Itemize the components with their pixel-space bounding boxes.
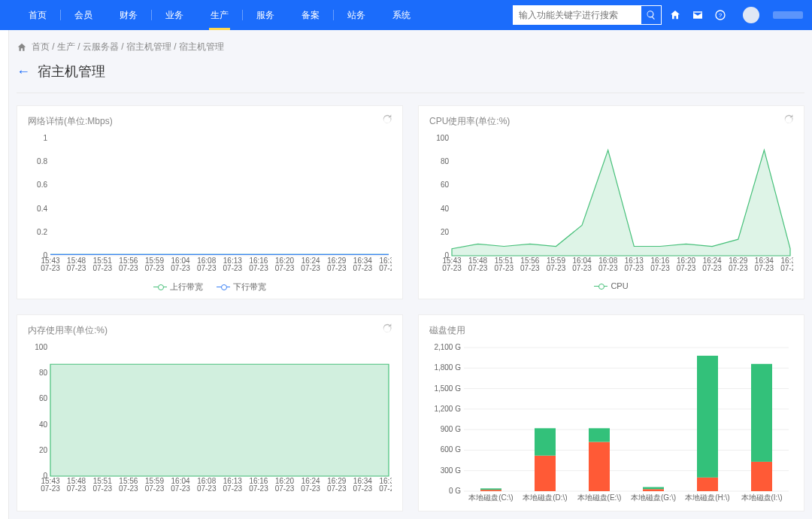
help-icon[interactable]: ? — [714, 9, 726, 21]
svg-text:07-23: 07-23 — [41, 264, 60, 272]
svg-text:07-23: 07-23 — [494, 264, 514, 272]
svg-text:600 G: 600 G — [441, 445, 461, 454]
svg-rect-132 — [643, 489, 664, 491]
svg-text:1,800 G: 1,800 G — [434, 363, 461, 372]
home-icon — [17, 42, 27, 53]
panel-title: 内存使用率(单位:%) — [28, 324, 392, 337]
svg-text:07-23: 07-23 — [197, 484, 217, 493]
svg-text:本地磁盘(H:\): 本地磁盘(H:\) — [685, 493, 729, 502]
chart-network: 00.20.40.60.8115:4307-2315:4807-2315:510… — [28, 134, 392, 277]
nav-item[interactable]: 财务 — [106, 0, 151, 30]
svg-text:07-23: 07-23 — [468, 264, 488, 272]
svg-rect-126 — [535, 456, 556, 491]
svg-text:07-23: 07-23 — [67, 484, 86, 493]
chart-cpu: 02040608010015:4307-2315:4807-2315:5107-… — [429, 134, 793, 277]
topbar: 首页会员财务业务生产服务备案站务系统 ? — [0, 0, 812, 30]
nav-item[interactable]: 首页 — [15, 0, 60, 30]
svg-text:07-23: 07-23 — [547, 264, 566, 272]
home-icon[interactable] — [669, 9, 681, 21]
avatar[interactable] — [743, 7, 759, 23]
svg-text:07-23: 07-23 — [197, 264, 217, 272]
svg-text:20: 20 — [441, 228, 450, 236]
nav-item[interactable]: 备案 — [288, 0, 333, 30]
svg-text:1: 1 — [43, 134, 47, 142]
svg-text:07-23: 07-23 — [145, 484, 165, 493]
svg-text:07-23: 07-23 — [67, 264, 86, 272]
svg-text:07-23: 07-23 — [572, 264, 592, 272]
page-title: 宿主机管理 — [38, 62, 105, 80]
svg-text:07-23: 07-23 — [41, 484, 60, 493]
panel-network: 网络详情(单位:Mbps) 00.20.40.60.8115:4307-2315… — [17, 105, 403, 299]
svg-text:07-23: 07-23 — [598, 264, 618, 272]
nav-item[interactable]: 生产 — [197, 0, 242, 30]
svg-text:2,100 G: 2,100 G — [434, 343, 461, 351]
search-button[interactable] — [641, 5, 662, 25]
svg-text:0.4: 0.4 — [37, 205, 47, 213]
nav-item[interactable]: 会员 — [61, 0, 106, 30]
svg-text:07-23: 07-23 — [729, 264, 748, 272]
svg-text:07-23: 07-23 — [353, 264, 373, 272]
nav-item[interactable]: 系统 — [379, 0, 424, 30]
svg-rect-129 — [589, 442, 610, 491]
svg-text:07-23: 07-23 — [223, 264, 243, 272]
search-input[interactable] — [513, 5, 641, 25]
breadcrumb: 首页 / 生产 / 云服务器 / 宿主机管理 / 宿主机管理 — [9, 30, 812, 58]
panel-title: 网络详情(单位:Mbps) — [28, 115, 392, 128]
svg-text:本地磁盘(C:\): 本地磁盘(C:\) — [468, 493, 513, 502]
svg-text:80: 80 — [39, 369, 48, 377]
panel-cpu: CPU使用率(单位:%) 02040608010015:4307-2315:48… — [418, 105, 804, 299]
username — [773, 11, 803, 19]
legend-down: 下行带宽 — [217, 281, 266, 293]
svg-text:07-23: 07-23 — [379, 484, 392, 493]
svg-rect-139 — [751, 364, 772, 462]
back-arrow-icon[interactable]: ← — [17, 64, 30, 80]
nav-item[interactable]: 业务 — [152, 0, 197, 30]
svg-text:40: 40 — [39, 420, 48, 429]
refresh-icon[interactable] — [381, 323, 393, 335]
svg-text:07-23: 07-23 — [677, 264, 696, 272]
svg-text:07-23: 07-23 — [119, 264, 138, 272]
svg-text:本地磁盘(G:\): 本地磁盘(G:\) — [631, 493, 676, 502]
search — [513, 5, 662, 25]
svg-text:80: 80 — [441, 157, 450, 165]
svg-text:07-23: 07-23 — [379, 264, 392, 272]
svg-text:0.6: 0.6 — [37, 181, 47, 189]
chart-memory: 02040608010015:4307-2315:4807-2315:5107-… — [28, 343, 392, 497]
panel-memory: 内存使用率(单位:%) 02040608010015:4307-2315:480… — [17, 314, 403, 511]
svg-text:07-23: 07-23 — [171, 484, 190, 493]
svg-rect-136 — [697, 356, 718, 478]
content: 首页 / 生产 / 云服务器 / 宿主机管理 / 宿主机管理 ← 宿主机管理 网… — [9, 30, 812, 519]
svg-rect-135 — [697, 478, 718, 491]
svg-text:0.2: 0.2 — [37, 228, 47, 236]
svg-text:07-23: 07-23 — [301, 484, 320, 493]
svg-text:0 G: 0 G — [449, 487, 461, 495]
refresh-icon[interactable] — [783, 114, 795, 126]
svg-text:07-23: 07-23 — [223, 484, 243, 493]
mail-icon[interactable] — [692, 9, 704, 21]
svg-text:07-23: 07-23 — [275, 484, 295, 493]
svg-rect-127 — [535, 428, 556, 455]
svg-text:07-23: 07-23 — [520, 264, 540, 272]
refresh-icon[interactable] — [381, 114, 393, 126]
svg-rect-133 — [643, 487, 664, 490]
svg-text:07-23: 07-23 — [755, 264, 774, 272]
svg-text:20: 20 — [39, 446, 48, 454]
svg-text:07-23: 07-23 — [249, 484, 268, 493]
svg-text:60: 60 — [39, 394, 48, 402]
svg-text:1,500 G: 1,500 G — [434, 384, 461, 393]
topbar-icons: ? — [669, 7, 803, 23]
panel-title: 磁盘使用 — [429, 324, 793, 337]
svg-text:本地磁盘(E:\): 本地磁盘(E:\) — [577, 493, 622, 502]
legend-cpu: CPU — [594, 281, 628, 290]
svg-text:07-23: 07-23 — [650, 264, 670, 272]
nav-item[interactable]: 站务 — [334, 0, 379, 30]
svg-text:本地磁盘(I:\): 本地磁盘(I:\) — [741, 493, 783, 502]
left-rail — [0, 30, 9, 519]
nav-item[interactable]: 服务 — [243, 0, 288, 30]
svg-text:1,200 G: 1,200 G — [434, 405, 461, 413]
chart-disk: 0 G300 G600 G900 G1,200 G1,500 G1,800 G2… — [429, 343, 793, 505]
svg-text:100: 100 — [35, 343, 47, 351]
svg-text:07-23: 07-23 — [625, 264, 644, 272]
svg-text:07-23: 07-23 — [249, 264, 268, 272]
svg-text:07-23: 07-23 — [702, 264, 722, 272]
